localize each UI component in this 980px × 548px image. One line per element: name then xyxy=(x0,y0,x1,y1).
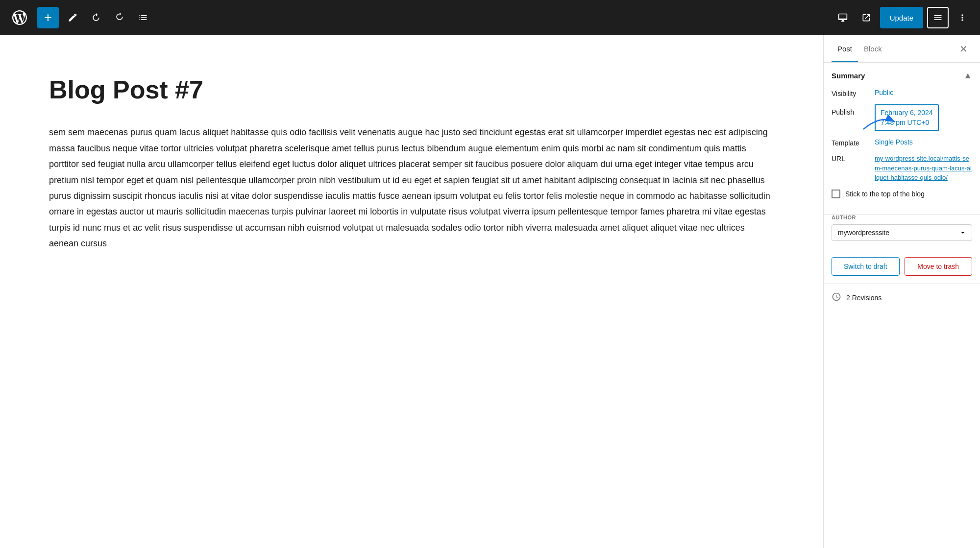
post-title[interactable]: Blog Post #7 xyxy=(49,74,774,105)
post-content[interactable]: sem sem maecenas purus quam lacus alique… xyxy=(49,124,774,251)
author-section: AUTHOR mywordpresssite xyxy=(824,214,980,249)
summary-header: Summary ▲ xyxy=(832,71,972,81)
stick-to-top-row: Stick to the top of the blog xyxy=(832,190,972,198)
visibility-row: Visibility Public xyxy=(832,89,972,97)
external-link-icon xyxy=(861,13,871,23)
redo-icon xyxy=(115,13,124,23)
revisions-text: 2 Revisions xyxy=(846,294,882,302)
clock-icon xyxy=(832,292,841,302)
url-value[interactable]: my-wordpress-site.local/mattis-sem-maece… xyxy=(875,154,972,183)
move-to-trash-button[interactable]: Move to trash xyxy=(905,257,973,276)
revisions-row[interactable]: 2 Revisions xyxy=(824,284,980,312)
summary-title: Summary xyxy=(832,71,865,80)
visibility-value[interactable]: Public xyxy=(875,89,972,96)
url-row: URL my-wordpress-site.local/mattis-sem-m… xyxy=(832,154,972,183)
tab-block[interactable]: Block xyxy=(858,37,888,62)
visibility-label: Visibility xyxy=(832,89,871,97)
ellipsis-icon xyxy=(957,13,967,23)
stick-to-top-label: Stick to the top of the blog xyxy=(845,190,925,198)
update-button[interactable]: Update xyxy=(880,7,923,28)
tab-post[interactable]: Post xyxy=(832,37,858,62)
add-block-button[interactable]: + xyxy=(37,7,59,28)
pencil-icon xyxy=(68,13,77,23)
sidebar-tabs: Post Block ✕ xyxy=(824,35,980,63)
sidebar: Post Block ✕ Summary ▲ Visibility Public… xyxy=(823,35,980,548)
desktop-icon xyxy=(838,13,848,23)
publish-row: Publish February 6, 2024 7:48 pm UTC+0 xyxy=(832,104,972,131)
view-mode-button[interactable] xyxy=(833,8,853,27)
undo-button[interactable] xyxy=(86,8,106,27)
summary-section: Summary ▲ Visibility Public Publish xyxy=(824,63,980,214)
stick-to-top-checkbox[interactable] xyxy=(832,190,840,198)
sidebar-close-button[interactable]: ✕ xyxy=(955,40,972,58)
redo-button[interactable] xyxy=(110,8,129,27)
switch-to-draft-button[interactable]: Switch to draft xyxy=(832,257,900,276)
wp-logo[interactable] xyxy=(8,6,31,29)
author-label: AUTHOR xyxy=(832,214,972,220)
editor-area[interactable]: Blog Post #7 sem sem maecenas purus quam… xyxy=(0,35,823,548)
url-label: URL xyxy=(832,154,871,163)
list-view-icon xyxy=(138,13,148,23)
tools-button[interactable] xyxy=(63,8,82,27)
main-layout: Blog Post #7 sem sem maecenas purus quam… xyxy=(0,35,980,548)
author-select[interactable]: mywordpresssite xyxy=(832,224,972,241)
template-row: Template Single Posts xyxy=(832,138,972,147)
wordpress-icon xyxy=(11,9,28,26)
preview-button[interactable] xyxy=(857,8,876,27)
template-value[interactable]: Single Posts xyxy=(875,138,972,146)
list-view-button[interactable] xyxy=(133,8,153,27)
revisions-icon xyxy=(832,292,841,304)
publish-value-wrapper: February 6, 2024 7:48 pm UTC+0 xyxy=(875,104,939,131)
publish-date-value[interactable]: February 6, 2024 7:48 pm UTC+0 xyxy=(875,104,939,131)
publish-label: Publish xyxy=(832,104,871,116)
template-label: Template xyxy=(832,138,871,147)
panel-icon xyxy=(933,13,943,23)
more-options-button[interactable] xyxy=(953,8,972,27)
undo-icon xyxy=(91,13,101,23)
settings-panel-button[interactable] xyxy=(927,7,949,28)
action-buttons: Switch to draft Move to trash xyxy=(824,249,980,284)
summary-toggle-button[interactable]: ▲ xyxy=(963,71,972,81)
toolbar-right-actions: Update xyxy=(833,7,972,28)
toolbar: + Update xyxy=(0,0,980,35)
